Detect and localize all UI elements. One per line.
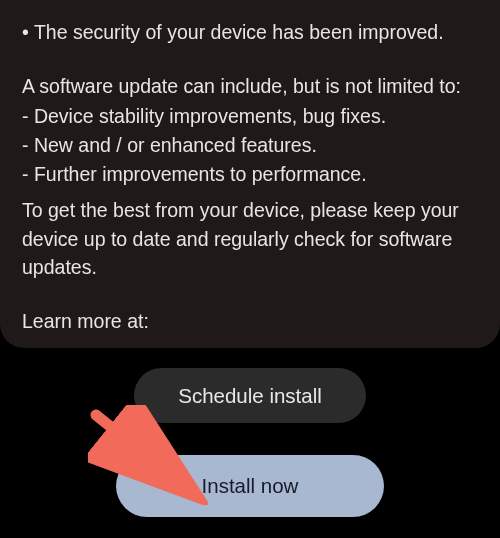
update-list-item: - Further improvements to performance. (22, 160, 478, 188)
update-recommendation: To get the best from your device, please… (22, 196, 478, 281)
update-list-item: - Device stability improvements, bug fix… (22, 102, 478, 130)
action-buttons: Schedule install Install now (0, 348, 500, 537)
update-info-card: • The security of your device has been i… (0, 0, 500, 348)
update-description: • The security of your device has been i… (22, 18, 478, 335)
update-list-item: - New and / or enhanced features. (22, 131, 478, 159)
install-now-button[interactable]: Install now (116, 455, 384, 517)
learn-more-text: Learn more at: (22, 307, 478, 335)
schedule-install-button[interactable]: Schedule install (134, 368, 366, 423)
security-bullet: • The security of your device has been i… (22, 18, 478, 46)
update-intro-text: A software update can include, but is no… (22, 72, 478, 100)
